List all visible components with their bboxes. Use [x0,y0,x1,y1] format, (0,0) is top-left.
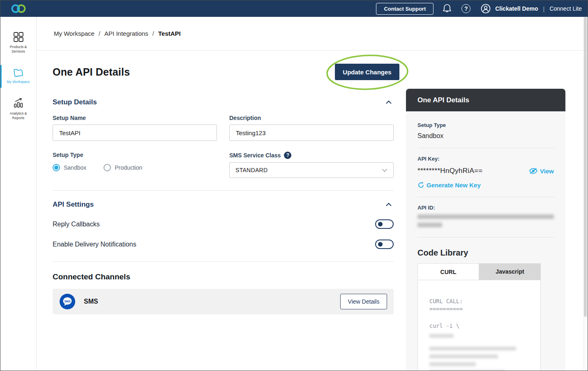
setup-details-heading: Setup Details [53,98,97,106]
app-window: Contact Support ? Clickatell Demo | Conn… [0,0,588,371]
api-id-label: API ID: [417,205,554,211]
setup-details-collapse-button[interactable] [384,99,394,106]
channel-name: SMS [84,298,340,305]
radio-production[interactable]: Production [104,164,142,171]
tab-curl[interactable]: CURL [417,263,479,280]
setup-type-label: Setup Type [53,152,217,158]
help-tooltip-icon[interactable]: ? [284,152,291,159]
sidebar-item-products-services[interactable]: Products & Services [0,31,36,54]
view-key-label: View [540,168,554,175]
toggle-knob [378,242,383,247]
svg-text:SMS: SMS [64,300,71,303]
code-snippet-box: CURL CALL: ========== curl -i \ [417,280,541,371]
topbar-text-divider: | [543,5,544,12]
account-name[interactable]: Clickatell Demo [495,5,538,12]
page-title: One API Details [53,66,130,78]
panel-title: One API Details [417,96,469,104]
contact-support-button[interactable]: Contact Support [376,3,434,15]
chevron-up-icon [385,203,392,207]
code-line: curl -i \ [429,322,540,330]
panel-setup-type-value: Sandbox [417,132,554,140]
sidebar-item-label: Products & Services [6,45,31,53]
scrollbar-thumb[interactable] [584,17,587,317]
api-settings-heading: API Settings [53,200,94,209]
refresh-icon [417,182,424,189]
section-divider [53,190,394,191]
breadcrumb-band: My Workspace / API Integrations / TestAP… [37,17,588,51]
radio-production-label: Production [115,164,142,171]
generate-new-key-label: Generate New Key [427,182,481,189]
folder-icon [12,67,25,77]
setup-name-input[interactable] [53,124,217,141]
radio-sandbox[interactable]: Sandbox [53,164,86,171]
product-name: Connect Lite [549,5,582,12]
view-key-link[interactable]: View [529,167,554,175]
api-settings-collapse-button[interactable] [384,201,394,208]
sms-bubble-icon: SMS [59,293,76,310]
breadcrumb-current-testapi: TestAPI [158,30,181,37]
panel-header: One API Details [406,89,565,111]
setup-name-label: Setup Name [53,115,217,121]
sms-service-class-select[interactable]: STANDARD [229,162,394,178]
radio-sandbox-label: Sandbox [64,164,86,171]
notifications-bell-icon[interactable] [443,4,452,14]
code-library-heading: Code Library [417,248,554,258]
clickatell-logo[interactable] [0,0,37,17]
panel-divider [417,237,554,237]
view-details-button[interactable]: View Details [340,294,387,309]
radio-sandbox-circle [53,164,60,171]
code-library-tabs: CURL Javascript [417,263,554,280]
clickatell-logo-icon [11,3,26,14]
delivery-notifications-toggle[interactable] [375,240,394,249]
help-icon[interactable]: ? [461,4,470,13]
code-line: ========== [429,305,540,313]
api-key-value: ********HnQyhRiA== [417,167,482,175]
breadcrumb-separator: / [99,30,100,37]
chevron-up-icon [385,100,392,104]
sms-service-class-label: SMS Service Class [229,152,281,159]
channel-row-sms: SMS SMS View Details [53,289,394,314]
code-redacted-block [429,334,540,371]
main-column: One API Details Update Changes Setup Det… [53,51,394,371]
tab-javascript[interactable]: Javascript [479,263,541,280]
panel-divider [417,148,554,148]
radio-production-circle [104,164,111,171]
description-label: Description [229,115,394,121]
update-changes-button[interactable]: Update Changes [335,64,399,80]
toggle-knob [378,222,383,226]
eye-off-icon [529,167,538,175]
code-line: CURL CALL: [429,297,540,305]
delivery-notifications-label: Enable Delivery Notifications [53,241,136,248]
sidebar-item-label: Analytics & Reports [6,111,31,120]
bar-chart-icon [13,97,24,109]
description-input[interactable] [229,124,394,141]
user-account-icon[interactable] [480,3,491,14]
section-divider [53,261,394,262]
panel-divider [417,197,554,197]
panel-setup-type-label: Setup Type [417,122,554,128]
breadcrumb: My Workspace / API Integrations / TestAP… [54,30,181,37]
help-glyph: ? [286,152,289,158]
chevron-down-icon [382,168,387,172]
left-sidebar: Products & Services My Workspace Analyti… [0,17,37,371]
sidebar-item-label: My Workspace [6,80,31,84]
help-glyph: ? [464,5,468,12]
grid-icon [13,32,24,42]
reply-callbacks-label: Reply Callbacks [53,221,100,228]
active-indicator-bar [0,65,2,88]
breadcrumb-my-workspace[interactable]: My Workspace [54,30,95,37]
sidebar-item-analytics-reports[interactable]: Analytics & Reports [0,97,36,121]
sidebar-item-my-workspace[interactable]: My Workspace [0,66,36,85]
scrollbar-track[interactable] [583,17,587,371]
generate-new-key-link[interactable]: Generate New Key [417,182,554,189]
top-navbar: Contact Support ? Clickatell Demo | Conn… [0,0,588,17]
api-id-redacted-value [417,214,554,227]
api-details-panel: One API Details Setup Type Sandbox API K… [406,89,565,371]
breadcrumb-api-integrations[interactable]: API Integrations [104,30,148,37]
sms-service-class-value: STANDARD [235,167,267,173]
reply-callbacks-toggle[interactable] [375,219,394,229]
connected-channels-heading: Connected Channels [53,272,394,281]
api-key-label: API Key: [417,156,554,162]
breadcrumb-separator: / [152,30,154,37]
